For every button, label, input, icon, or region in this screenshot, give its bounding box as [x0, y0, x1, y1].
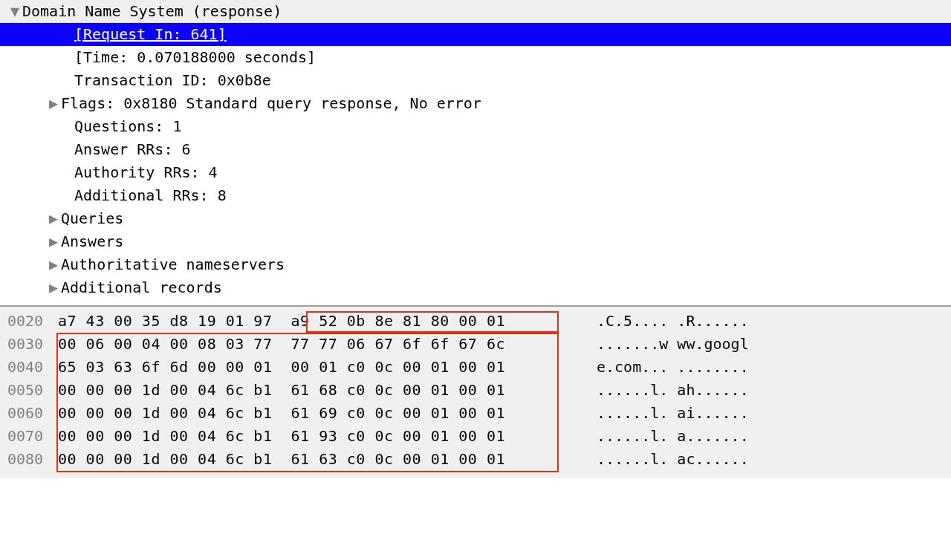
tree-label: Authoritative nameservers [61, 253, 285, 276]
tree-label: Answer RRs: 6 [74, 138, 191, 161]
hex-row[interactable]: 008000 00 00 1d 00 04 6c b1 61 63 c0 0c … [0, 448, 951, 471]
tree-row-additional-rrs[interactable]: Additional RRs: 8 [0, 184, 951, 207]
expand-right-icon: ▶ [46, 253, 61, 276]
hex-ascii: ......l. ai...... [556, 402, 749, 425]
tree-label: Additional RRs: 8 [74, 184, 227, 207]
packet-tree-panel: ▼ Domain Name System (response) [Request… [0, 0, 951, 305]
hex-bytes: 00 06 00 04 00 08 03 77 77 77 06 67 6f 6… [51, 333, 556, 356]
hex-ascii: .C.5.... .R...... [556, 310, 749, 333]
hex-ascii: .......w ww.googl [556, 333, 749, 356]
tree-row-auth-nameservers[interactable]: ▶ Authoritative nameservers [0, 253, 951, 276]
collapse-down-icon: ▼ [7, 0, 22, 23]
hex-offset: 0070 [0, 425, 51, 448]
hex-offset: 0020 [0, 310, 51, 333]
hex-bytes: 00 00 00 1d 00 04 6c b1 61 63 c0 0c 00 0… [51, 448, 556, 471]
tree-label: [Time: 0.070188000 seconds] [74, 46, 316, 69]
tree-row-queries[interactable]: ▶ Queries [0, 207, 951, 230]
hex-dump-panel: 0020a7 43 00 35 d8 19 01 97 a9 52 0b 8e … [0, 305, 951, 478]
tree-row-dns-header[interactable]: ▼ Domain Name System (response) [0, 0, 951, 23]
tree-label: Additional records [61, 276, 222, 299]
hex-bytes: 00 00 00 1d 00 04 6c b1 61 68 c0 0c 00 0… [51, 379, 556, 402]
hex-ascii: ......l. ah...... [556, 379, 749, 402]
hex-bytes: 65 03 63 6f 6d 00 00 01 00 01 c0 0c 00 0… [51, 356, 556, 379]
expand-right-icon: ▶ [46, 207, 61, 230]
hex-row[interactable]: 007000 00 00 1d 00 04 6c b1 61 93 c0 0c … [0, 425, 951, 448]
tree-row-transaction-id[interactable]: Transaction ID: 0x0b8e [0, 69, 951, 92]
hex-row[interactable]: 003000 06 00 04 00 08 03 77 77 77 06 67 … [0, 333, 951, 356]
tree-label: Transaction ID: 0x0b8e [74, 69, 271, 92]
tree-row-answer-rrs[interactable]: Answer RRs: 6 [0, 138, 951, 161]
tree-row-questions[interactable]: Questions: 1 [0, 115, 951, 138]
hex-ascii: ......l. ac...... [556, 448, 749, 471]
expand-right-icon: ▶ [46, 92, 61, 115]
hex-row[interactable]: 005000 00 00 1d 00 04 6c b1 61 68 c0 0c … [0, 379, 951, 402]
tree-row-request-in[interactable]: [Request In: 641] [0, 23, 951, 46]
tree-row-additional-records[interactable]: ▶ Additional records [0, 276, 951, 299]
tree-label: Queries [61, 207, 123, 230]
hex-bytes: 00 00 00 1d 00 04 6c b1 61 69 c0 0c 00 0… [51, 402, 556, 425]
hex-ascii: e.com... ........ [556, 356, 749, 379]
tree-label: Answers [61, 230, 123, 253]
tree-row-answers[interactable]: ▶ Answers [0, 230, 951, 253]
tree-label: Questions: 1 [74, 115, 182, 138]
tree-label: Domain Name System (response) [22, 0, 282, 23]
hex-ascii: ......l. a....... [556, 425, 749, 448]
hex-offset: 0040 [0, 356, 51, 379]
tree-label: [Request In: 641] [74, 23, 227, 46]
tree-row-authority-rrs[interactable]: Authority RRs: 4 [0, 161, 951, 184]
expand-right-icon: ▶ [46, 276, 61, 299]
tree-label: Authority RRs: 4 [74, 161, 218, 184]
tree-row-flags[interactable]: ▶ Flags: 0x8180 Standard query response,… [0, 92, 951, 115]
hex-row[interactable]: 006000 00 00 1d 00 04 6c b1 61 69 c0 0c … [0, 402, 951, 425]
tree-row-time[interactable]: [Time: 0.070188000 seconds] [0, 46, 951, 69]
hex-row[interactable]: 0020a7 43 00 35 d8 19 01 97 a9 52 0b 8e … [0, 310, 951, 333]
hex-bytes: a7 43 00 35 d8 19 01 97 a9 52 0b 8e 81 8… [51, 310, 556, 333]
hex-offset: 0060 [0, 402, 51, 425]
hex-bytes: 00 00 00 1d 00 04 6c b1 61 93 c0 0c 00 0… [51, 425, 556, 448]
hex-offset: 0030 [0, 333, 51, 356]
expand-right-icon: ▶ [46, 230, 61, 253]
hex-offset: 0050 [0, 379, 51, 402]
tree-label: Flags: 0x8180 Standard query response, N… [61, 92, 481, 115]
hex-offset: 0080 [0, 448, 51, 471]
hex-row[interactable]: 004065 03 63 6f 6d 00 00 01 00 01 c0 0c … [0, 356, 951, 379]
